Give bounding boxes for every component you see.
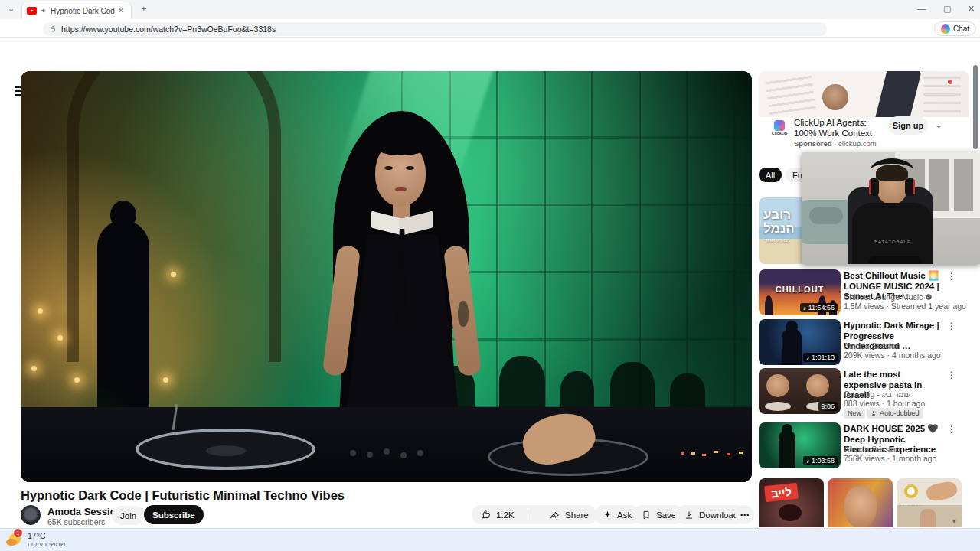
related-channel[interactable]: Amoda Session <box>844 445 900 454</box>
kebab-menu-icon[interactable]: ⋮ <box>946 271 957 282</box>
shorts-thumbnail-1[interactable]: לייב <box>759 478 824 527</box>
related-thumbnail-4[interactable]: 9:06 <box>759 368 841 414</box>
ad-signup-button[interactable]: Sign up <box>888 116 928 135</box>
scene-crowd-silhouette <box>499 356 545 413</box>
deck-tonearm <box>172 404 178 430</box>
divider <box>528 509 528 520</box>
page-scrollbar-thumb[interactable] <box>973 65 978 149</box>
related-meta: 209K views · 4 months ago <box>844 350 941 360</box>
browser-tab[interactable]: Hypnotic Dark Code | Futurist ✕ <box>21 2 132 19</box>
clickup-logo-text: ClickUp <box>768 131 791 135</box>
clickup-logo: ClickUp <box>768 120 791 135</box>
duration-badge: ♪ 1:01:13 <box>803 353 838 362</box>
related-channel[interactable]: Amoda Session <box>844 341 900 350</box>
video-player[interactable] <box>21 71 752 482</box>
window-maximize-button[interactable]: ▢ <box>943 4 951 14</box>
related-thumbnail-3[interactable]: ♪ 1:01:13 <box>759 319 841 365</box>
url-text: https://www.youtube.com/watch?v=Pn3wOeBu… <box>61 24 276 34</box>
ad-chevron-icon[interactable]: ⌄ <box>935 119 942 130</box>
taskbar-weather-widget[interactable]: 1 17°C שמשי בעיקרו <box>6 531 65 548</box>
kebab-menu-icon[interactable]: ⋮ <box>946 321 957 331</box>
clickup-logo-mark <box>774 120 785 131</box>
scene-crowd-silhouette <box>610 362 655 414</box>
dj-eye <box>384 166 393 170</box>
video-title: Hypnotic Dark Code | Futuristic Minimal … <box>21 488 345 503</box>
more-actions-button[interactable]: ⋯ <box>735 505 754 524</box>
browser-tab-strip: ⌄ Hypnotic Dark Code | Futurist ✕ + — ▢ … <box>0 0 980 19</box>
dj-eye <box>406 166 414 170</box>
new-tab-button[interactable]: + <box>141 4 147 14</box>
channel-avatar[interactable] <box>21 505 41 525</box>
taskbar: 1 17°C שמשי בעיקרו <box>0 528 980 551</box>
thumbs-up-icon <box>480 509 492 520</box>
youtube-header: YouTube ® + Create <box>0 38 980 69</box>
verified-icon <box>925 293 933 301</box>
tab-search-chevron-icon[interactable]: ⌄ <box>8 5 15 13</box>
auto-dubbed-icon <box>871 410 877 416</box>
scene-lamp <box>171 272 176 277</box>
sidebar-collapse-arrow-icon[interactable]: ▾ <box>952 517 956 525</box>
related-meta: 756K views · 1 month ago <box>844 454 936 463</box>
ad-title[interactable]: ClickUp AI Agents: 100% Work Context <box>794 117 887 139</box>
subscriber-count: 65K subscribers <box>47 517 105 527</box>
headphone-earcup <box>869 178 879 196</box>
tab-close-icon[interactable]: ✕ <box>118 8 124 15</box>
webcam-person-torso: BATATOBALE <box>852 203 933 264</box>
scene-lamp <box>163 377 168 383</box>
address-bar[interactable]: https://www.youtube.com/watch?v=Pn3wOeBu… <box>43 22 827 36</box>
related-meta: 883 views · 1 hour ago <box>844 399 925 408</box>
weather-badge: 1 <box>14 529 22 537</box>
window-minimize-button[interactable]: — <box>917 4 926 13</box>
youtube-favicon-icon <box>27 7 37 15</box>
filter-chip-all[interactable]: All <box>759 168 782 182</box>
shorts-thumbnail-2[interactable] <box>828 478 893 527</box>
scene-lamp <box>57 335 63 341</box>
webcam-bottom-object <box>869 256 921 264</box>
new-badge: New <box>844 408 865 419</box>
channel-name[interactable]: Amoda Session <box>47 506 122 517</box>
dj-deck <box>21 407 752 482</box>
weather-sun-cloud-icon: 1 <box>6 531 23 548</box>
deck-leds <box>681 452 684 455</box>
auto-dubbed-badge: Auto-dubbed <box>867 408 923 419</box>
kebab-menu-icon[interactable]: ⋮ <box>946 370 957 380</box>
mixer-knobs <box>350 450 356 456</box>
related-thumbnail-5[interactable]: ♪ 1:03:58 <box>759 422 841 468</box>
headphone-earcup <box>905 178 915 196</box>
scene-lamp <box>31 366 37 371</box>
share-button[interactable]: Share <box>541 505 597 524</box>
temperature: 17°C <box>28 531 65 540</box>
copilot-icon <box>941 24 950 34</box>
ask-label: Ask <box>617 510 632 520</box>
like-count: 1.2K <box>496 510 514 520</box>
screen: ⌄ Hypnotic Dark Code | Futurist ✕ + — ▢ … <box>0 0 980 551</box>
subscribe-button[interactable]: Subscribe <box>144 505 204 524</box>
live-sticker: לייב <box>764 483 799 502</box>
related-channel[interactable]: Omerbig - עומר ביג <box>844 390 910 399</box>
ad-image[interactable] <box>759 71 969 117</box>
shirt-text: BATATOBALE <box>852 240 933 244</box>
dj-arm-tattoo <box>458 301 469 327</box>
tab-audio-icon[interactable] <box>40 7 47 15</box>
turntable-left <box>136 429 315 470</box>
ad-sponsored-meta: Sponsored · clickup.com <box>794 139 877 148</box>
tab-title: Hypnotic Dark Code | Futurist <box>51 7 115 15</box>
like-button[interactable]: 1.2K <box>472 505 523 524</box>
related-thumbnail-2[interactable]: CHILLOUT ♪ 11:54:56 <box>759 269 841 315</box>
copilot-chat-button[interactable]: Chat <box>934 21 976 36</box>
dj-bangs <box>369 128 433 155</box>
related-channel[interactable]: Chillout Lounge Music <box>844 292 933 302</box>
duration-badge: 9:06 <box>818 402 838 411</box>
save-label: Save <box>656 510 676 520</box>
window-close-button[interactable]: ✕ <box>968 4 975 14</box>
bookmark-icon <box>641 510 652 520</box>
lock-icon <box>49 25 57 33</box>
duration-badge: ♪ 1:03:58 <box>803 456 838 465</box>
browser-toolbar: ← ↻ https://www.youtube.com/watch?v=Pn3w… <box>0 19 980 38</box>
dj-lips <box>395 187 407 191</box>
join-button[interactable]: Join <box>112 506 145 525</box>
sparkle-icon <box>603 510 612 520</box>
webcam-overlay: BATATOBALE <box>802 152 980 264</box>
duration-badge: ♪ 11:54:56 <box>800 303 838 312</box>
kebab-menu-icon[interactable]: ⋮ <box>946 424 957 435</box>
